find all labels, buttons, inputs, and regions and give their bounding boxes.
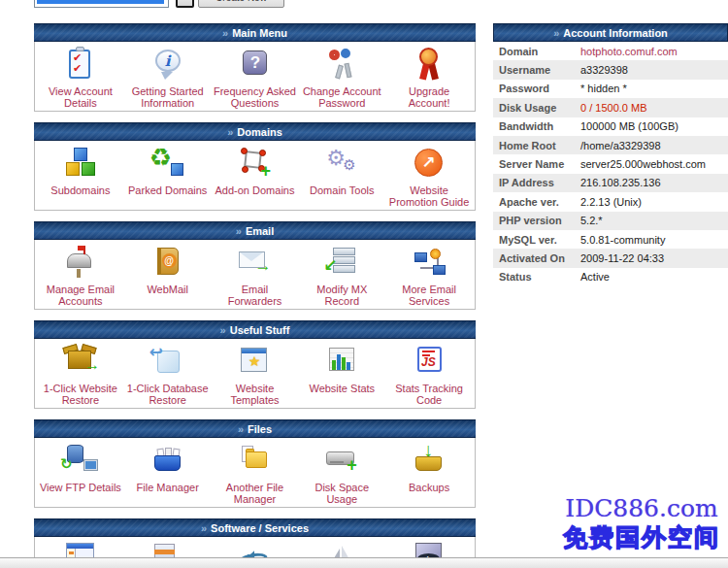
menu-item-view-ftp-details[interactable]: ↻View FTP Details [37, 442, 124, 493]
section-body: →1-Click Website Restore↩1-Click Databas… [34, 339, 476, 409]
account-row-label: Apache ver. [493, 196, 580, 208]
cube-restore-icon: ↩ [147, 344, 189, 381]
account-row-domain: Domainhotphoto.comuf.com [493, 42, 728, 60]
menu-item-label: Manage Email Accounts [37, 284, 124, 307]
menu-item-view-account-details[interactable]: ✔✔View Account Details [37, 46, 124, 109]
recycle-cube-icon: ♻ [147, 146, 189, 183]
selected-text-highlight [37, 0, 164, 4]
menu-item-disk-space-usage[interactable]: +Disk Space Usage [298, 442, 385, 505]
create-new-button[interactable]: Create New [198, 0, 284, 8]
menu-item-file-manager[interactable]: File Manager [124, 442, 212, 493]
header-bullet: » [220, 324, 226, 336]
account-row-label: MySQL ver. [493, 234, 580, 246]
info-bubble-icon: i [147, 47, 189, 84]
account-row-value[interactable]: hotphoto.comuf.com [580, 46, 678, 57]
drawer-icon [147, 443, 189, 480]
account-info-title: Account Information [563, 27, 668, 39]
menu-item-upgrade-account[interactable]: Upgrade Account! [385, 46, 473, 109]
envelope-forward-icon: → [233, 245, 276, 282]
account-row-home-root: Home Root/home/a3329398 [493, 136, 728, 154]
folder-icon [233, 443, 276, 480]
menu-item-label: 1-Click Website Restore [37, 383, 124, 406]
menu-item-label: Frequency Asked Questions [212, 85, 299, 109]
menu-item-getting-started-information[interactable]: iGetting Started Information [124, 46, 212, 109]
account-row-value: 2.2.13 (Unix) [580, 196, 642, 208]
bar-chart-icon [320, 344, 363, 381]
account-row-label: IP Address [493, 177, 580, 188]
menu-item-label: Add-on Domains [212, 184, 299, 196]
menu-item-email-forwarders[interactable]: →Email Forwarders [212, 244, 299, 307]
menu-item-label: Stats Tracking Code [385, 383, 473, 406]
award-ribbon-icon [408, 47, 450, 84]
account-row-label: Server Name [493, 158, 580, 170]
menu-item-1-click-database-restore[interactable]: ↩1-Click Database Restore [124, 343, 212, 406]
clipboard-checks-icon: ✔✔ [59, 47, 102, 84]
go-button[interactable]: Go [176, 0, 194, 8]
cpanel-page: Go Create New »Main Menu✔✔View Account D… [0, 0, 728, 568]
menu-item-label: Domain Tools [298, 184, 385, 196]
ftp-monitor-icon: ↻ [59, 443, 102, 480]
menu-item-label: File Manager [124, 482, 212, 493]
section-header-email: »Email [34, 221, 476, 240]
account-row-server-name: Server Nameserver25.000webhost.com [493, 154, 728, 173]
section-email: »EmailManage Email Accounts@WebMail→Emai… [34, 221, 476, 310]
menu-item-label: Subdomains [37, 184, 124, 196]
gears-icon: ⚙⚙ [320, 146, 363, 183]
account-row-label: Username [493, 64, 580, 76]
account-row-value: * hidden * [580, 83, 627, 94]
menu-item-label: Backups [385, 482, 473, 493]
menu-item-label: Change Account Password [298, 85, 385, 109]
account-row-value: 0 / 1500.0 MB [580, 102, 647, 114]
menu-item-another-file-manager[interactable]: Another File Manager [212, 442, 299, 505]
section-files: »Files↻View FTP DetailsFile ManagerAnoth… [34, 419, 476, 508]
menu-item-modify-mx-record[interactable]: ↙Modify MX Record [298, 244, 385, 307]
menu-item-more-email-services[interactable]: More Email Services [385, 244, 473, 307]
menu-item-website-stats[interactable]: Website Stats [298, 343, 385, 394]
menu-item-website-promotion-guide[interactable]: ↗Website Promotion Guide [385, 145, 473, 208]
js-code-icon: JS [408, 344, 450, 381]
section-header-files: »Files [34, 419, 476, 438]
section-domains: »DomainsSubdomains♻Parked Domains+Add-on… [34, 122, 476, 211]
account-row-username: Usernamea3329398 [493, 60, 728, 79]
header-bullet: » [222, 27, 228, 39]
menu-item-1-click-website-restore[interactable]: →1-Click Website Restore [37, 343, 124, 406]
menu-item-frequency-asked-questions[interactable]: ?Frequency Asked Questions [212, 46, 299, 109]
menu-item-webmail[interactable]: @WebMail [124, 244, 212, 295]
section-header-software-services: »Software / Services [34, 518, 476, 537]
menu-sections: »Main Menu✔✔View Account DetailsiGetting… [34, 23, 476, 568]
menu-item-change-account-password[interactable]: Change Account Password [298, 46, 385, 109]
menu-item-label: Parked Domains [124, 184, 212, 196]
account-row-value: server25.000webhost.com [580, 158, 706, 170]
section-body: Subdomains♻Parked Domains+Add-on Domains… [34, 141, 476, 211]
account-row-mysql-ver: MySQL ver.5.0.81-community [493, 230, 728, 249]
menu-item-manage-email-accounts[interactable]: Manage Email Accounts [37, 244, 124, 307]
menu-item-backups[interactable]: ↓Backups [385, 442, 473, 493]
backup-tray-icon: ↓ [408, 443, 450, 480]
menu-item-label: WebMail [124, 284, 212, 295]
account-row-label: Password [493, 83, 580, 94]
menu-item-label: View FTP Details [37, 482, 124, 493]
account-row-label: Bandwidth [493, 120, 580, 132]
menu-item-label: More Email Services [385, 284, 473, 307]
keys-icon [320, 47, 363, 84]
menu-item-subdomains[interactable]: Subdomains [37, 145, 124, 196]
account-row-value: 216.108.235.136 [580, 177, 661, 188]
header-bullet: » [227, 126, 233, 138]
network-plus-icon: + [233, 146, 276, 183]
menu-item-stats-tracking-code[interactable]: JSStats Tracking Code [385, 343, 473, 406]
domain-select-input[interactable] [34, 0, 169, 8]
menu-item-label: Another File Manager [212, 482, 299, 505]
section-body: ✔✔View Account DetailsiGetting Started I… [34, 42, 476, 112]
header-bullet: » [236, 225, 242, 237]
menu-item-parked-domains[interactable]: ♻Parked Domains [124, 145, 212, 196]
menu-item-label: Modify MX Record [298, 284, 385, 307]
account-row-label: Disk Usage [493, 102, 580, 114]
section-main-menu: »Main Menu✔✔View Account DetailsiGetting… [34, 23, 476, 112]
watermark-slogan: 免费国外空间 [558, 522, 725, 551]
account-row-value: 100000 MB (100GB) [580, 120, 678, 132]
account-row-label: Status [493, 271, 580, 283]
menu-item-domain-tools[interactable]: ⚙⚙Domain Tools [298, 145, 385, 196]
menu-item-label: Website Templates [212, 383, 299, 406]
menu-item-website-templates[interactable]: ★Website Templates [212, 343, 299, 406]
menu-item-add-on-domains[interactable]: +Add-on Domains [212, 145, 299, 196]
